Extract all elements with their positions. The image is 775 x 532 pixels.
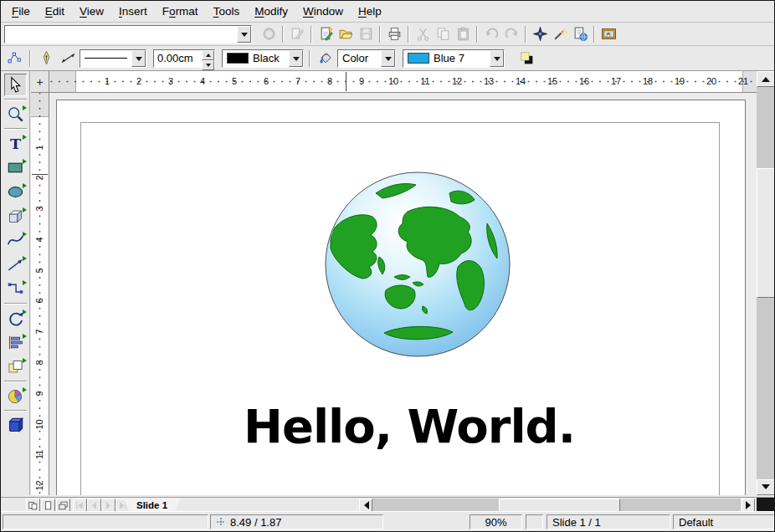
- alignment-tool-button[interactable]: [4, 331, 27, 354]
- edit-file-button[interactable]: [287, 24, 307, 44]
- menu-file[interactable]: File: [4, 2, 38, 21]
- line-style-dropdown-button[interactable]: [131, 50, 146, 67]
- ruler-mark: 19: [664, 71, 695, 92]
- 3d-objects-tool-button[interactable]: [4, 205, 27, 228]
- line-style-combo[interactable]: [80, 49, 146, 68]
- view-slide-button[interactable]: [26, 499, 40, 512]
- connector-tool-button[interactable]: [4, 278, 27, 300]
- toolbar-separator: [282, 26, 284, 43]
- menu-window[interactable]: Window: [295, 2, 351, 21]
- line-width-spinner[interactable]: 0.00cm: [153, 49, 215, 68]
- scroll-left-button[interactable]: [359, 499, 372, 512]
- line-width-up-button[interactable]: [202, 50, 214, 60]
- globe-image[interactable]: [324, 168, 511, 361]
- fill-color-combo[interactable]: Blue 7: [403, 49, 505, 68]
- cut-button[interactable]: [413, 24, 433, 44]
- view-layer-button[interactable]: [56, 499, 70, 512]
- edit-points-button[interactable]: [4, 49, 24, 69]
- ruler-mark: 17: [600, 71, 632, 92]
- slide-title-text[interactable]: Hello, World.: [74, 399, 744, 453]
- shadow-button[interactable]: [516, 49, 536, 69]
- stop-button[interactable]: [259, 24, 279, 44]
- menu-edit[interactable]: Edit: [38, 2, 72, 21]
- curve-tool-button[interactable]: [4, 229, 27, 252]
- page-style-panel[interactable]: Default: [673, 514, 774, 529]
- fill-color-dropdown-button[interactable]: [490, 50, 504, 67]
- slide-canvas[interactable]: Hello, World.: [49, 93, 757, 495]
- toolbar-separator: [525, 26, 526, 43]
- hyperlink-button[interactable]: [570, 24, 590, 44]
- menu-help[interactable]: Help: [351, 2, 389, 21]
- effects-tool-button[interactable]: [4, 385, 27, 407]
- rotate-tool-icon: [7, 309, 24, 327]
- navigator-button[interactable]: [530, 24, 550, 44]
- toolbar-separator: [408, 26, 409, 43]
- vertical-scrollbar[interactable]: [757, 71, 775, 495]
- arrange-tool-button[interactable]: [4, 356, 27, 378]
- slide-indicator-value: Slide 1 / 1: [552, 516, 601, 529]
- line-color-combo[interactable]: Black: [222, 49, 304, 68]
- fill-button[interactable]: [316, 49, 336, 69]
- copy-button[interactable]: [433, 24, 453, 44]
- first-slide-button[interactable]: [73, 499, 87, 512]
- url-combo[interactable]: [4, 25, 252, 43]
- url-combo-dropdown-button[interactable]: [237, 26, 251, 43]
- select-tool-button[interactable]: [4, 74, 27, 96]
- redo-button[interactable]: [501, 24, 521, 44]
- ruler-mark: 6: [31, 292, 49, 309]
- gallery-button[interactable]: [598, 24, 618, 44]
- menu-tools[interactable]: Tools: [206, 2, 248, 21]
- ellipse-tool-button[interactable]: [4, 181, 27, 203]
- paste-button[interactable]: [453, 24, 473, 44]
- line-color-dropdown-button[interactable]: [289, 50, 303, 67]
- 3d-controller-tool-button[interactable]: [4, 414, 27, 437]
- scroll-right-button[interactable]: [742, 499, 755, 512]
- 3d-objects-tool-icon: [7, 207, 24, 225]
- scroll-up-button[interactable]: [757, 71, 775, 87]
- new-document-button[interactable]: [316, 24, 336, 44]
- arrow-style-button[interactable]: [58, 49, 78, 69]
- line-width-value[interactable]: 0.00cm: [154, 50, 202, 67]
- horizontal-scrollbar-thumb[interactable]: [499, 499, 620, 512]
- view-notes-button[interactable]: [41, 499, 55, 512]
- save-button[interactable]: [356, 24, 376, 44]
- previous-slide-button[interactable]: [87, 499, 101, 512]
- line-button[interactable]: [36, 49, 56, 69]
- zoom-tool-button[interactable]: [4, 103, 27, 125]
- object-toolbar: 0.00cm Black Color Blue 7: [1, 46, 774, 71]
- ruler-mark: 18: [632, 71, 664, 92]
- vertical-scrollbar-thumb[interactable]: [757, 168, 775, 298]
- ruler-mark: 6: [250, 71, 282, 92]
- next-slide-button[interactable]: [101, 499, 115, 512]
- menu-view[interactable]: View: [72, 2, 111, 21]
- rectangle-tool-button[interactable]: [4, 156, 27, 179]
- fill-type-combo[interactable]: Color: [337, 49, 396, 68]
- menu-insert[interactable]: Insert: [111, 2, 155, 21]
- lines-tool-button[interactable]: [4, 253, 27, 276]
- open-button[interactable]: [336, 24, 356, 44]
- page-style-value: Default: [679, 516, 713, 529]
- horizontal-ruler[interactable]: 123456789101112131415161718192021: [49, 71, 757, 93]
- scroll-down-button[interactable]: [757, 479, 775, 495]
- print-button[interactable]: [384, 24, 404, 44]
- rotate-tool-button[interactable]: [4, 307, 27, 330]
- text-tool-button[interactable]: [4, 132, 27, 155]
- spin-up-icon: [206, 51, 211, 57]
- ruler-origin-button[interactable]: +: [31, 71, 49, 93]
- fill-type-dropdown-button[interactable]: [381, 50, 395, 67]
- zoom-level-panel[interactable]: 90%: [470, 514, 522, 529]
- ruler-mark: 15: [536, 71, 568, 92]
- ruler-mark: 9: [346, 71, 377, 92]
- undo-button[interactable]: [481, 24, 501, 44]
- fill-type-value[interactable]: Color: [338, 50, 381, 67]
- url-combo-value[interactable]: [5, 26, 237, 43]
- line-width-down-button[interactable]: [202, 60, 214, 70]
- horizontal-scrollbar[interactable]: [372, 499, 741, 512]
- menu-modify[interactable]: Modify: [247, 2, 295, 21]
- vertical-ruler[interactable]: 123456789101112: [31, 93, 49, 495]
- menu-format[interactable]: Format: [155, 2, 206, 21]
- autopilot-button[interactable]: [550, 24, 570, 44]
- new-document-icon: [318, 26, 334, 42]
- ruler-mark: 7: [282, 71, 314, 92]
- vertical-cursor-indicator: [32, 174, 48, 175]
